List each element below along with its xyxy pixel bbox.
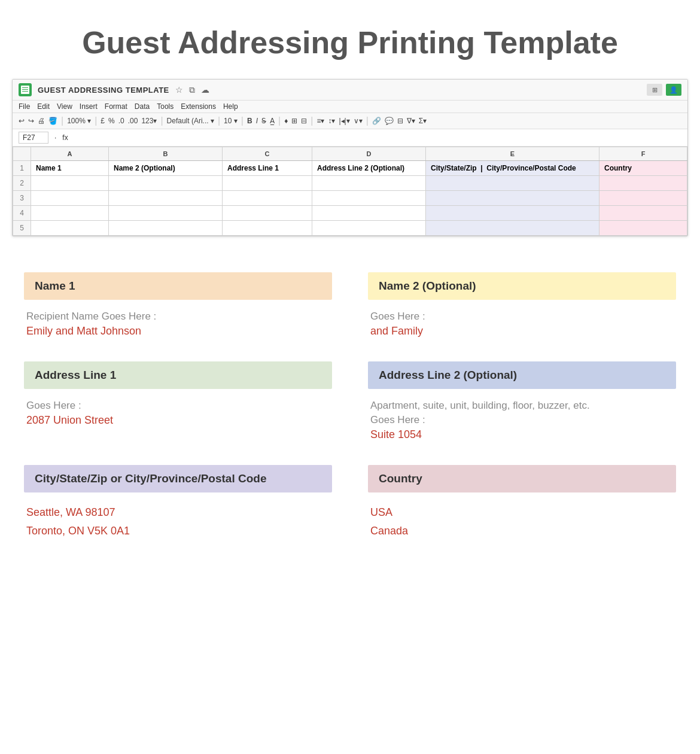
cell-b2[interactable] [109, 176, 223, 191]
address1-label: Address Line 1 [24, 361, 332, 389]
address2-hint1: Apartment, suite, unit, building, floor,… [368, 400, 676, 412]
cell-b5[interactable] [109, 221, 223, 236]
cell-d1[interactable]: Address Line 2 (Optional) [312, 161, 426, 176]
city-label: City/State/Zip or City/Province/Postal C… [24, 465, 332, 492]
menu-insert[interactable]: Insert [80, 102, 98, 111]
table-row-5: 5 [13, 221, 687, 236]
cell-d3[interactable] [312, 191, 426, 206]
toolbar: ↩ ↪ 🖨 🪣 | 100% ▾ | £ % .0 .00 123▾ | Def… [13, 113, 687, 129]
decimal1[interactable]: .0 [118, 117, 124, 125]
cell-e2[interactable] [426, 176, 599, 191]
percent[interactable]: % [108, 117, 115, 125]
field-sections: Name 1 Recipient Name Goes Here : Emily … [0, 260, 700, 564]
menu-format[interactable]: Format [105, 102, 127, 111]
address2-value: Suite 1054 [368, 428, 676, 441]
currency[interactable]: £ [101, 117, 105, 125]
cell-e4[interactable] [426, 206, 599, 221]
cell-f4[interactable] [599, 206, 687, 221]
format123[interactable]: 123▾ [141, 117, 157, 125]
address1-value: 2087 Union Street [24, 414, 332, 427]
sheet-title: GUEST ADDRESSING TEMPLATE [38, 86, 169, 95]
city-value1: Seattle, WA 98107 [26, 503, 332, 522]
formula-icon: fx [62, 133, 68, 142]
city-value2: Toronto, ON V5K 0A1 [26, 522, 332, 540]
strikethrough-btn[interactable]: S̶ [261, 117, 266, 125]
cell-d4[interactable] [312, 206, 426, 221]
filter-btn[interactable]: ∇▾ [407, 117, 415, 125]
cell-b4[interactable] [109, 206, 223, 221]
paint-btn[interactable]: 🪣 [48, 117, 57, 125]
rotate-btn[interactable]: ∨▾ [354, 117, 363, 125]
cell-c1[interactable]: Address Line 1 [223, 161, 312, 176]
sep2: | [95, 115, 97, 126]
page-title: Guest Addressing Printing Template [0, 0, 700, 79]
sep4: | [218, 115, 220, 126]
cell-c5[interactable] [223, 221, 312, 236]
menu-bar: File Edit View Insert Format Data Tools … [13, 101, 687, 113]
print-btn[interactable]: 🖨 [38, 117, 45, 125]
cell-b1[interactable]: Name 2 (Optional) [109, 161, 223, 176]
address2-block: Address Line 2 (Optional) Apartment, sui… [368, 361, 676, 441]
zoom[interactable]: 100% ▾ [67, 117, 91, 125]
italic-btn[interactable]: I [256, 117, 258, 125]
copy-icon: ⧉ [189, 85, 195, 95]
sep8: | [366, 115, 369, 126]
menu-edit[interactable]: Edit [37, 102, 50, 111]
menu-view[interactable]: View [57, 102, 72, 111]
row-4-header: 4 [13, 206, 31, 221]
chart-btn[interactable]: ⊟ [397, 117, 403, 125]
cell-d2[interactable] [312, 176, 426, 191]
align-btn[interactable]: ≡▾ [316, 117, 324, 125]
sep6: | [278, 115, 281, 126]
menu-tools[interactable]: Tools [157, 102, 174, 111]
borders-btn[interactable]: ⊞ [291, 117, 297, 125]
spreadsheet-mock: GUEST ADDRESSING TEMPLATE ☆ ⧉ ☁ ⊞ 👤 File… [12, 79, 688, 236]
cell-e5[interactable] [426, 221, 599, 236]
cell-b3[interactable] [109, 191, 223, 206]
col-c-header: C [223, 147, 312, 161]
bold-btn[interactable]: B [247, 117, 252, 125]
cell-a1[interactable]: Name 1 [31, 161, 109, 176]
cell-f2[interactable] [599, 176, 687, 191]
cell-reference[interactable]: F27 [19, 132, 48, 144]
cell-a2[interactable] [31, 176, 109, 191]
comment-btn[interactable]: 💬 [385, 117, 394, 125]
menu-help[interactable]: Help [223, 102, 238, 111]
cell-a5[interactable] [31, 221, 109, 236]
name1-hint: Recipient Name Goes Here : [24, 311, 332, 323]
cell-f5[interactable] [599, 221, 687, 236]
merge-btn[interactable]: ⊟ [301, 117, 307, 125]
sep5: | [241, 115, 244, 126]
cell-d5[interactable] [312, 221, 426, 236]
cell-c3[interactable] [223, 191, 312, 206]
address2-label: Address Line 2 (Optional) [368, 361, 676, 389]
redo-btn[interactable]: ↪ [28, 117, 34, 125]
fill-color[interactable]: ♦ [284, 117, 288, 125]
menu-file[interactable]: File [19, 102, 30, 111]
font-select[interactable]: Default (Ari... ▾ [167, 117, 214, 125]
underline-btn[interactable]: A̲ [270, 117, 275, 125]
function-btn[interactable]: Σ▾ [419, 117, 427, 125]
cell-a3[interactable] [31, 191, 109, 206]
cell-f3[interactable] [599, 191, 687, 206]
top-right-icons: ⊞ 👤 [647, 84, 681, 96]
decimal2[interactable]: .00 [128, 117, 138, 125]
country-label: Country [368, 465, 676, 492]
font-size[interactable]: 10 ▾ [224, 117, 238, 125]
menu-extensions[interactable]: Extensions [181, 102, 216, 111]
city-block: City/State/Zip or City/Province/Postal C… [24, 465, 332, 540]
cell-c4[interactable] [223, 206, 312, 221]
undo-btn[interactable]: ↩ [19, 117, 25, 125]
cell-f1[interactable]: Country [599, 161, 687, 176]
name1-block: Name 1 Recipient Name Goes Here : Emily … [24, 272, 332, 338]
cell-c2[interactable] [223, 176, 312, 191]
cell-e3[interactable] [426, 191, 599, 206]
table-row-4: 4 [13, 206, 687, 221]
valign-btn[interactable]: ↕▾ [328, 117, 335, 125]
address2-hint2: Goes Here : [368, 414, 676, 426]
link-btn[interactable]: 🔗 [372, 117, 381, 125]
menu-data[interactable]: Data [135, 102, 150, 111]
cell-e1[interactable]: City/State/Zip | City/Province/Postal Co… [426, 161, 599, 176]
cell-a4[interactable] [31, 206, 109, 221]
wrap-btn[interactable]: |◂|▾ [339, 117, 349, 125]
